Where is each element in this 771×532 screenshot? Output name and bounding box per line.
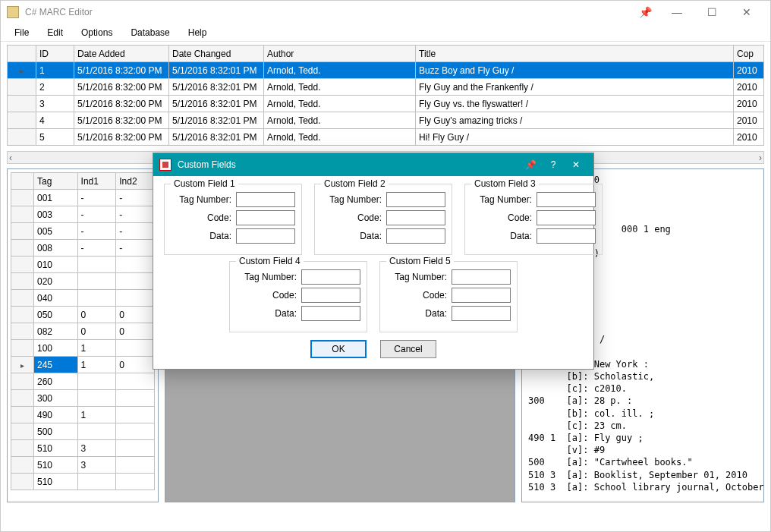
dialog-pin-icon[interactable]: 📌 [519, 159, 542, 170]
cell-cop[interactable]: 2010 [734, 112, 764, 129]
code-input[interactable] [301, 288, 360, 303]
table-row[interactable]: 300 [11, 390, 155, 407]
col-id[interactable]: ID [36, 46, 74, 62]
menu-file[interactable]: File [5, 26, 38, 39]
table-row[interactable]: 5103 [11, 457, 155, 474]
cell-id[interactable]: 2 [36, 79, 74, 96]
cell-ind1[interactable]: 1 [77, 407, 116, 423]
code-input[interactable] [386, 210, 445, 225]
table-row[interactable]: 1001 [11, 340, 155, 357]
cell-id[interactable]: 1 [36, 62, 74, 79]
cell-tag[interactable]: 010 [33, 257, 77, 273]
cell-id[interactable]: 5 [36, 129, 74, 146]
table-row[interactable]: ▸24510 [11, 357, 155, 373]
tag-number-input[interactable] [301, 269, 360, 285]
code-input[interactable] [236, 210, 295, 225]
cell-ind2[interactable]: - [116, 223, 155, 240]
menu-options[interactable]: Options [72, 26, 121, 39]
cell-id[interactable]: 3 [36, 96, 74, 112]
maximize-button[interactable]: ☐ [694, 1, 729, 24]
col-date-changed[interactable]: Date Changed [169, 46, 264, 62]
cell-tag[interactable]: 001 [33, 190, 77, 206]
menu-database[interactable]: Database [121, 26, 178, 39]
cell-tag[interactable]: 040 [33, 290, 77, 307]
cell-tag[interactable]: 005 [33, 223, 77, 240]
cell-ind2[interactable] [116, 407, 155, 423]
cell-tag[interactable]: 008 [33, 240, 77, 257]
table-row[interactable]: 001-- [11, 190, 155, 206]
col-author[interactable]: Author [264, 46, 416, 62]
cell-tag[interactable]: 490 [33, 407, 77, 423]
col-ind2[interactable]: Ind2 [116, 173, 155, 190]
tag-number-input[interactable] [386, 192, 445, 207]
table-row[interactable]: 040 [11, 290, 155, 307]
cell-ind1[interactable]: - [77, 206, 116, 223]
table-row[interactable]: 510 [11, 474, 155, 490]
data-input[interactable] [386, 228, 445, 244]
cell-ind1[interactable]: 1 [77, 340, 116, 357]
col-title[interactable]: Title [416, 46, 734, 62]
menu-edit[interactable]: Edit [38, 26, 72, 39]
cell-id[interactable]: 4 [36, 112, 74, 129]
tags-grid[interactable]: Tag Ind1 Ind2 001--003--005--008--010020… [11, 172, 155, 490]
cell-cop[interactable]: 2010 [734, 79, 764, 96]
data-input[interactable] [537, 228, 596, 244]
tag-number-input[interactable] [236, 192, 295, 207]
cell-ind1[interactable]: - [77, 223, 116, 240]
cell-tag[interactable]: 260 [33, 373, 77, 390]
table-row[interactable]: 003-- [11, 206, 155, 223]
cell-ind2[interactable]: 0 [116, 307, 155, 323]
cell-ind2[interactable] [116, 474, 155, 490]
cell-tag[interactable]: 020 [33, 273, 77, 290]
cell-ind2[interactable] [116, 373, 155, 390]
cell-cop[interactable]: 2010 [734, 96, 764, 112]
cell-cop[interactable]: 2010 [734, 62, 764, 79]
cell-ind1[interactable]: 3 [77, 440, 116, 457]
cell-tag[interactable]: 100 [33, 340, 77, 357]
col-ind1[interactable]: Ind1 [77, 173, 116, 190]
col-tag[interactable]: Tag [33, 173, 77, 190]
cell-ind2[interactable] [116, 273, 155, 290]
dialog-help-button[interactable]: ? [542, 159, 565, 170]
cell-ind1[interactable]: 0 [77, 323, 116, 340]
cell-ind2[interactable]: - [116, 240, 155, 257]
table-row[interactable]: 35/1/2016 8:32:00 PM5/1/2016 8:32:01 PMA… [8, 96, 764, 112]
table-row[interactable]: 55/1/2016 8:32:00 PM5/1/2016 8:32:01 PMA… [8, 129, 764, 146]
cell-changed[interactable]: 5/1/2016 8:32:01 PM [169, 129, 264, 146]
cell-tag[interactable]: 510 [33, 457, 77, 474]
data-input[interactable] [452, 306, 511, 321]
cell-ind2[interactable] [116, 257, 155, 273]
table-row[interactable]: 005-- [11, 223, 155, 240]
cell-author[interactable]: Arnold, Tedd. [264, 62, 416, 79]
cell-ind2[interactable]: - [116, 190, 155, 206]
data-input[interactable] [301, 306, 360, 321]
cell-ind1[interactable] [77, 390, 116, 407]
cell-title[interactable]: Fly Guy vs. the flyswatter! / [416, 96, 734, 112]
cell-tag[interactable]: 500 [33, 423, 77, 440]
cell-author[interactable]: Arnold, Tedd. [264, 129, 416, 146]
records-grid[interactable]: ID Date Added Date Changed Author Title … [7, 45, 764, 146]
cell-ind2[interactable] [116, 440, 155, 457]
cell-tag[interactable]: 003 [33, 206, 77, 223]
table-row[interactable]: 500 [11, 423, 155, 440]
table-row[interactable]: 08200 [11, 323, 155, 340]
col-cop[interactable]: Cop [734, 46, 764, 62]
table-row[interactable]: 010 [11, 257, 155, 273]
pin-icon[interactable]: 📌 [639, 6, 652, 18]
cell-ind1[interactable] [77, 290, 116, 307]
cell-ind2[interactable] [116, 423, 155, 440]
table-row[interactable]: 260 [11, 373, 155, 390]
scroll-left-icon[interactable]: ‹ [9, 153, 12, 163]
cell-changed[interactable]: 5/1/2016 8:32:01 PM [169, 112, 264, 129]
minimize-button[interactable]: — [659, 1, 694, 24]
cell-ind1[interactable]: - [77, 190, 116, 206]
cell-changed[interactable]: 5/1/2016 8:32:01 PM [169, 96, 264, 112]
table-row[interactable]: ▸15/1/2016 8:32:00 PM5/1/2016 8:32:01 PM… [8, 62, 764, 79]
cell-changed[interactable]: 5/1/2016 8:32:01 PM [169, 79, 264, 96]
cell-changed[interactable]: 5/1/2016 8:32:01 PM [169, 62, 264, 79]
cell-ind2[interactable] [116, 390, 155, 407]
cell-ind2[interactable]: 0 [116, 323, 155, 340]
cell-added[interactable]: 5/1/2016 8:32:00 PM [74, 96, 169, 112]
cell-ind1[interactable] [77, 373, 116, 390]
tag-number-input[interactable] [452, 269, 511, 285]
